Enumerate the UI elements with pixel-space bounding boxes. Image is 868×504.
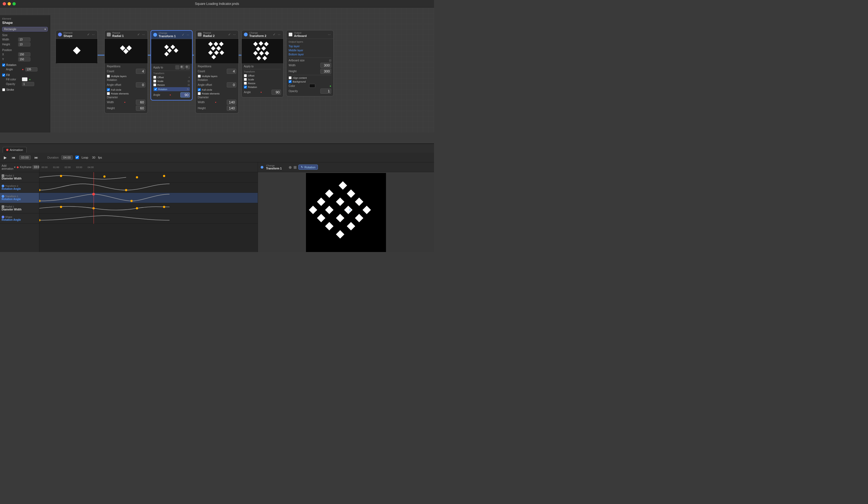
fill-checkbox[interactable] xyxy=(2,73,5,77)
transform1-scale-checkbox[interactable] xyxy=(153,80,156,82)
output-background-checkbox[interactable] xyxy=(289,80,292,83)
element-more-btn[interactable]: ··· xyxy=(91,33,95,37)
y-input[interactable] xyxy=(18,57,30,61)
transform1-apply-grid[interactable]: ⊞ xyxy=(180,65,185,70)
transform1-resize-label: Resize xyxy=(157,84,165,86)
radial1-rotation-label: Rotation xyxy=(107,79,117,81)
transform1-resize-checkbox[interactable] xyxy=(153,83,156,86)
transform2-scale-checkbox[interactable] xyxy=(244,78,247,81)
output-opacity-label: Opacity xyxy=(289,90,298,93)
transform1-rotation-checkbox[interactable] xyxy=(154,88,157,91)
height-input[interactable] xyxy=(18,42,30,47)
radial1-full-circle-checkbox[interactable] xyxy=(107,88,110,91)
width-input[interactable] xyxy=(18,38,30,42)
output-align-content-checkbox[interactable] xyxy=(289,76,292,79)
stroke-checkbox[interactable] xyxy=(2,88,5,91)
output-color-swatch[interactable] xyxy=(309,84,315,88)
radial2-check-btn[interactable]: ✓ xyxy=(228,33,231,37)
skip-forward-button[interactable]: ⏭ xyxy=(33,155,39,160)
transform2-resize-checkbox[interactable] xyxy=(244,82,247,85)
radial2-angle-offset-input[interactable] xyxy=(227,82,236,88)
element-type-label: Element xyxy=(63,31,72,34)
svg-rect-29 xyxy=(259,51,264,56)
preview-move-icon[interactable]: ⊕ xyxy=(289,165,292,170)
output-middle-layer[interactable]: Middle layer xyxy=(289,48,331,52)
add-animation-button[interactable]: Add animation ▾ xyxy=(2,164,16,170)
radial2-rotate-elements-checkbox[interactable] xyxy=(198,92,201,95)
radial1-track-icon xyxy=(2,205,4,208)
transform1-transform-label: Transform xyxy=(153,72,164,75)
svg-rect-31 xyxy=(256,56,261,60)
minimize-button[interactable] xyxy=(8,2,11,6)
radial2-full-circle-checkbox[interactable] xyxy=(198,88,201,91)
radial1-more-btn[interactable]: ··· xyxy=(142,33,145,37)
keyframe-time-input[interactable] xyxy=(32,165,39,169)
transform2-check-btn[interactable]: ✓ xyxy=(272,33,276,37)
loop-checkbox[interactable] xyxy=(75,155,79,159)
radial1-angle-offset-input[interactable] xyxy=(136,82,145,88)
output-height-input[interactable] xyxy=(320,69,331,74)
transform1-apply-stack[interactable]: ⊟ xyxy=(186,65,190,70)
radial1-count-input[interactable] xyxy=(136,69,145,74)
svg-point-37 xyxy=(39,189,40,191)
transform1-angle-input[interactable] xyxy=(180,92,190,98)
animation-tab[interactable]: Animation xyxy=(3,147,27,153)
opacity-input[interactable] xyxy=(22,82,34,86)
output-bottom-layer[interactable]: Bottom layer xyxy=(289,52,331,57)
rotation-checkbox[interactable] xyxy=(2,63,5,67)
transform1-type: Change xyxy=(159,32,176,34)
timeline-tracks: 00:00 01:00 02:00 03:00 04:00 xyxy=(39,162,258,252)
radial2-count-input[interactable] xyxy=(227,69,236,74)
output-height-label: Height xyxy=(289,70,297,73)
radial1-multiple-layers-checkbox[interactable] xyxy=(107,75,110,78)
shape-dropdown[interactable]: Rectangle ▾ xyxy=(2,27,48,31)
transform2-more-btn[interactable]: ··· xyxy=(277,33,281,37)
radial1-check-btn[interactable]: ✓ xyxy=(137,33,141,37)
rotation-button[interactable]: ↻ Rotation xyxy=(298,164,318,170)
track-radial1-diameter xyxy=(39,203,258,213)
play-button[interactable]: ▶ xyxy=(3,155,8,160)
radial1-rotate-elements-checkbox[interactable] xyxy=(107,92,110,95)
track-label-transform1-rotation[interactable]: Transform 1 Rotation Angle xyxy=(0,193,39,203)
transform1-apply-toggle[interactable] xyxy=(175,65,179,70)
fill-color-swatch[interactable] xyxy=(22,77,28,81)
radial2-width-input[interactable] xyxy=(227,100,236,105)
radial2-more-btn[interactable]: ··· xyxy=(232,33,236,37)
maximize-button[interactable] xyxy=(12,2,16,6)
radial1-width-input[interactable] xyxy=(136,100,145,105)
output-width-input[interactable] xyxy=(320,63,331,68)
transform2-offset-checkbox[interactable] xyxy=(244,74,247,77)
element-check-btn[interactable]: ✓ xyxy=(86,33,90,37)
svg-rect-48 xyxy=(325,189,333,198)
output-header: Output Artboard ··· xyxy=(287,30,333,39)
radial2-node[interactable]: Repeat Radial 2 ✓ ··· xyxy=(195,30,239,113)
timeline-header: 00:00 01:00 02:00 03:00 04:00 xyxy=(39,162,258,172)
radial2-height-input[interactable] xyxy=(227,105,236,111)
svg-point-38 xyxy=(125,189,127,191)
transform1-more-btn[interactable]: ··· xyxy=(186,33,190,37)
radial1-node[interactable]: Repeat Radial 1 ✓ ··· Repetitions xyxy=(104,30,148,113)
transform1-node[interactable]: Change Transform 1 ✓ ··· xyxy=(151,30,193,100)
output-top-layer[interactable]: Top layer xyxy=(289,44,331,48)
transform1-preview xyxy=(151,39,192,63)
transform2-rotation-checkbox[interactable] xyxy=(244,85,247,89)
angle-input[interactable] xyxy=(25,67,38,71)
close-button[interactable] xyxy=(3,2,6,6)
transform2-node[interactable]: Change Transform 2 ✓ ··· xyxy=(241,30,283,98)
transform1-offset-checkbox[interactable] xyxy=(153,76,156,79)
window-controls[interactable] xyxy=(3,2,16,6)
track-transform1-rotation[interactable] xyxy=(39,193,258,203)
svg-rect-60 xyxy=(355,214,363,222)
radial1-height-input[interactable] xyxy=(136,105,145,111)
output-more-btn[interactable]: ··· xyxy=(328,33,331,37)
skip-back-button[interactable]: ⏮ xyxy=(11,155,17,160)
preview-grid-icon[interactable]: ⊞ xyxy=(293,165,297,170)
output-node[interactable]: Output Artboard ··· Output layers Top la… xyxy=(286,30,334,97)
transform1-check-btn[interactable]: ✓ xyxy=(181,33,185,37)
transform2-angle-input[interactable] xyxy=(271,90,281,95)
element-node[interactable]: Element Shape ✓ ··· xyxy=(55,30,98,63)
svg-rect-17 xyxy=(211,46,216,51)
radial2-multiple-layers-checkbox[interactable] xyxy=(198,75,201,78)
output-opacity-input[interactable] xyxy=(320,89,331,94)
x-input[interactable] xyxy=(18,52,30,57)
